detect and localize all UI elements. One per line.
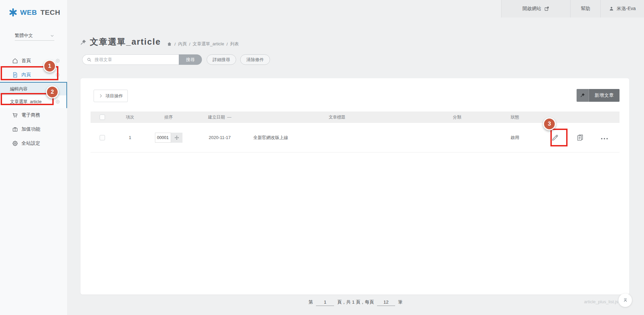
sidebar-nav: 首頁 內頁 編輯內容 文章選單_article 電子商務 bbox=[0, 54, 67, 150]
sort-order-input[interactable] bbox=[155, 133, 171, 143]
sidebar-item-label: 全站設定 bbox=[21, 140, 40, 146]
submenu-item-article-menu[interactable]: 文章選單_article bbox=[0, 95, 66, 108]
asterisk-logo-icon bbox=[9, 8, 17, 17]
add-article-button[interactable]: 新增文章 bbox=[589, 89, 620, 102]
search-input-wrap bbox=[82, 54, 179, 65]
gear-icon[interactable] bbox=[55, 72, 60, 78]
page-title: 文章選單_article bbox=[90, 36, 161, 47]
scroll-to-top-button[interactable] bbox=[619, 294, 632, 307]
person-icon bbox=[609, 6, 614, 11]
sidebar-item-label: 首頁 bbox=[21, 58, 31, 64]
open-site-button[interactable]: 開啟網站 bbox=[501, 0, 570, 17]
sidebar-item-inner-pages[interactable]: 內頁 bbox=[0, 68, 67, 82]
per-page-input[interactable] bbox=[377, 299, 395, 306]
chevron-right-icon bbox=[99, 94, 103, 98]
logo-text-primary: WEB bbox=[20, 8, 37, 16]
row-index: 1 bbox=[114, 135, 146, 140]
logo-text-secondary: TECH bbox=[41, 8, 60, 16]
language-label: 繁體中文 bbox=[15, 33, 33, 39]
sidebar-item-addons[interactable]: 加值功能 bbox=[0, 122, 67, 136]
bulk-actions-button[interactable]: 項目操作 bbox=[94, 90, 128, 102]
row-checkbox[interactable] bbox=[100, 135, 105, 140]
user-menu[interactable]: 米洛-Eva bbox=[600, 0, 644, 17]
sort-indicator: — bbox=[227, 115, 231, 120]
sidebar-item-ecommerce[interactable]: 電子商務 bbox=[0, 108, 67, 122]
move-handle-icon bbox=[174, 135, 179, 140]
bulk-actions-label: 項目操作 bbox=[106, 93, 123, 99]
ellipsis-icon[interactable] bbox=[601, 136, 608, 139]
annotation-badge-1: 1 bbox=[43, 60, 56, 73]
sidebar-item-label: 加值功能 bbox=[21, 126, 40, 132]
row-actions bbox=[542, 133, 620, 142]
drag-handle[interactable] bbox=[171, 133, 182, 143]
gear-icon[interactable] bbox=[55, 99, 60, 104]
column-header-status: 狀態 bbox=[488, 115, 542, 120]
pin-article-button[interactable] bbox=[577, 89, 589, 102]
pushpin-icon bbox=[580, 93, 586, 98]
pagination-prefix: 第 bbox=[309, 299, 313, 305]
help-label: 幫助 bbox=[581, 6, 590, 12]
open-site-label: 開啟網站 bbox=[523, 6, 541, 12]
screen: WEB TECH 繁體中文 首頁 內頁 編輯內容 bbox=[0, 0, 644, 315]
breadcrumb-separator: / bbox=[189, 42, 191, 47]
breadcrumb-item-current: 列表 bbox=[230, 41, 239, 47]
sidebar-item-home[interactable]: 首頁 bbox=[0, 54, 67, 68]
addons-box-icon bbox=[12, 126, 18, 133]
cart-icon bbox=[12, 112, 18, 119]
annotation-badge-3: 3 bbox=[543, 118, 556, 130]
advanced-search-button[interactable]: 詳細搜尋 bbox=[207, 54, 236, 65]
breadcrumb-home-icon[interactable] bbox=[167, 41, 172, 47]
column-header-sort: 排序 bbox=[146, 115, 191, 120]
breadcrumb-item[interactable]: 文章選單_article bbox=[193, 41, 224, 47]
pagination: 第 頁，共 1 頁，每頁 筆 bbox=[67, 299, 644, 306]
user-name: 米洛-Eva bbox=[617, 6, 636, 12]
gear-icon[interactable] bbox=[55, 58, 60, 63]
search-box: 搜尋 bbox=[82, 54, 202, 65]
row-date: 2020-11-17 bbox=[191, 135, 248, 140]
pagination-suffix: 筆 bbox=[398, 299, 403, 305]
breadcrumb-item[interactable]: 內頁 bbox=[178, 41, 187, 47]
pushpin-icon bbox=[80, 39, 87, 46]
topbar: 開啟網站 幫助 米洛-Eva bbox=[501, 0, 644, 17]
page-icon bbox=[12, 72, 18, 78]
pencil-icon[interactable] bbox=[551, 133, 559, 142]
logo[interactable]: WEB TECH bbox=[9, 8, 60, 17]
breadcrumb-separator: / bbox=[174, 42, 176, 47]
row-status: 啟用 bbox=[488, 135, 542, 141]
copy-icon[interactable] bbox=[576, 133, 584, 142]
help-button[interactable]: 幫助 bbox=[570, 0, 600, 17]
select-all-checkbox[interactable] bbox=[100, 115, 105, 120]
sidebar-item-label: 電子商務 bbox=[21, 112, 40, 118]
page-number-input[interactable] bbox=[316, 299, 334, 306]
column-header-date[interactable]: 建立日期 — bbox=[191, 115, 248, 120]
row-title: 全新官網改版上線 bbox=[248, 135, 426, 141]
column-header-title: 文章標題 bbox=[248, 115, 426, 120]
scroll-top-icon bbox=[623, 298, 628, 303]
clear-filters-button[interactable]: 清除條件 bbox=[240, 54, 270, 65]
sidebar-item-label: 內頁 bbox=[21, 72, 31, 78]
annotation-badge-2: 2 bbox=[46, 86, 59, 98]
sidebar: WEB TECH 繁體中文 首頁 內頁 編輯內容 bbox=[0, 0, 67, 315]
pagination-middle: 頁，共 1 頁，每頁 bbox=[337, 299, 374, 305]
submenu-item-label: 編輯內容 bbox=[10, 86, 28, 92]
search-input[interactable] bbox=[95, 55, 175, 64]
submenu-item-label: 文章選單_article bbox=[10, 99, 42, 105]
search-button[interactable]: 搜尋 bbox=[179, 54, 202, 65]
sort-order-group bbox=[155, 133, 182, 143]
column-header-index: 項次 bbox=[114, 115, 146, 120]
language-select[interactable]: 繁體中文 bbox=[15, 31, 54, 41]
gear-icon bbox=[12, 140, 18, 147]
sidebar-item-site-settings[interactable]: 全站設定 bbox=[0, 136, 67, 150]
table-row: 1 2020-11-17 全新官網改版上線 啟用 bbox=[91, 123, 620, 152]
chevron-down-icon bbox=[50, 34, 54, 38]
article-list-card: 項目操作 新增文章 項次 排序 建立日期 — 文章標題 分類 狀態 bbox=[80, 78, 629, 295]
search-row: 搜尋 詳細搜尋 清除條件 bbox=[82, 54, 270, 65]
add-article-group: 新增文章 bbox=[577, 89, 620, 102]
column-header-date-label: 建立日期 bbox=[208, 115, 225, 120]
column-header-category: 分類 bbox=[426, 115, 488, 120]
script-filename: article_plus_list.js bbox=[584, 299, 618, 304]
breadcrumb-separator: / bbox=[226, 42, 228, 47]
search-icon bbox=[87, 57, 92, 62]
home-icon bbox=[12, 57, 18, 64]
external-link-icon bbox=[544, 6, 549, 11]
